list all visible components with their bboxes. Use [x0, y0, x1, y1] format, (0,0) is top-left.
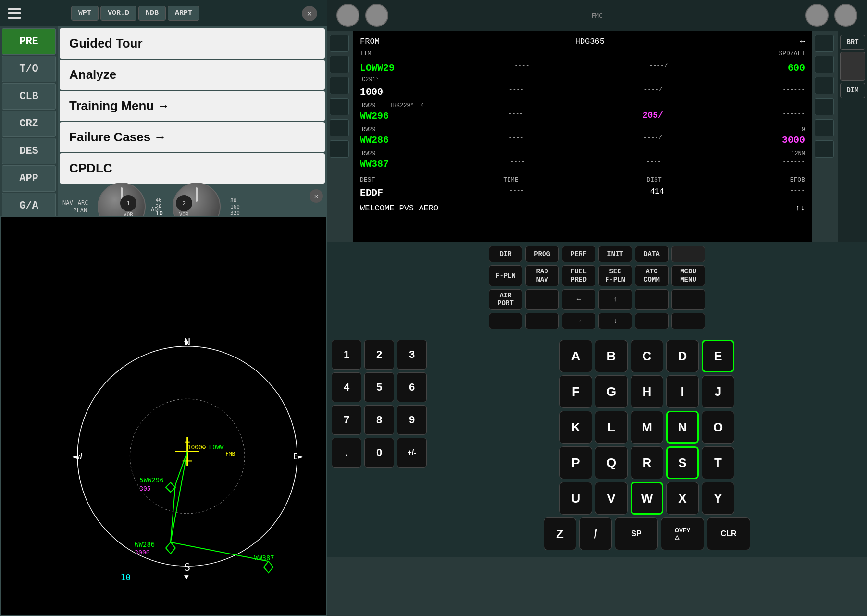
lsk-6l[interactable] — [330, 140, 349, 158]
key-G[interactable]: G — [595, 375, 628, 408]
mode-ga[interactable]: G/A — [2, 193, 56, 219]
fmc-hdg-arrows: ↔ — [800, 36, 805, 48]
lsk-2l[interactable] — [330, 56, 349, 73]
btn-up-arrow[interactable]: ↑ — [598, 289, 632, 310]
key-B[interactable]: B — [595, 340, 628, 372]
key-dot[interactable]: . — [332, 438, 361, 468]
fmc-welcome-row: WELCOME PVS AERO ↑↓ — [360, 202, 805, 215]
key-plusminus[interactable]: +/- — [397, 438, 427, 468]
key-J[interactable]: J — [702, 375, 734, 408]
key-E[interactable]: E — [702, 340, 734, 372]
mode-des[interactable]: DES — [2, 138, 56, 164]
lsk-4r[interactable] — [815, 98, 834, 115]
key-slash[interactable]: / — [579, 517, 612, 550]
lsk-3r[interactable] — [815, 77, 834, 94]
key-0[interactable]: 0 — [364, 438, 394, 468]
lsk-3l[interactable] — [330, 77, 349, 94]
key-sp[interactable]: SP — [615, 517, 658, 550]
key-N[interactable]: N — [666, 411, 699, 444]
close-knob-area[interactable]: ✕ — [310, 189, 323, 203]
btn-airport[interactable]: AIRPORT — [489, 289, 522, 310]
menu-guided-tour[interactable]: Guided Tour — [60, 28, 325, 59]
lsk-1r[interactable] — [815, 35, 834, 52]
key-8[interactable]: 8 — [364, 405, 394, 435]
key-6[interactable]: 6 — [397, 372, 427, 402]
mode-to[interactable]: T/O — [2, 56, 56, 82]
key-A[interactable]: A — [559, 340, 592, 372]
btn-data[interactable]: DATA — [635, 246, 669, 262]
lsk-5l[interactable] — [330, 119, 349, 136]
key-W[interactable]: W — [631, 482, 663, 515]
round-btn-2[interactable] — [365, 4, 388, 27]
mode-app[interactable]: APP — [2, 165, 56, 192]
btn-right-arrow[interactable]: → — [562, 313, 595, 329]
key-T[interactable]: T — [702, 446, 734, 479]
dim-button[interactable]: DIM — [840, 83, 865, 98]
key-H[interactable]: H — [631, 375, 663, 408]
key-Q[interactable]: Q — [595, 446, 628, 479]
key-Y[interactable]: Y — [702, 482, 734, 515]
key-C[interactable]: C — [631, 340, 663, 372]
round-btn-4[interactable] — [834, 4, 857, 27]
key-L[interactable]: L — [595, 411, 628, 444]
btn-fpln[interactable]: F-PLN — [489, 265, 522, 286]
key-3[interactable]: 3 — [397, 340, 427, 370]
key-V[interactable]: V — [595, 482, 628, 515]
num-section: 1 2 3 4 5 6 7 8 9 . 0 +/- — [332, 340, 427, 468]
key-I[interactable]: I — [666, 375, 699, 408]
mode-clb[interactable]: CLB — [2, 83, 56, 110]
btn-sec-fpln[interactable]: SECF-PLN — [598, 265, 632, 286]
key-P[interactable]: P — [559, 446, 592, 479]
lsk-1l[interactable] — [330, 35, 349, 52]
btn-mcdu-menu[interactable]: MCDUMENU — [671, 265, 705, 286]
round-btn-3[interactable] — [805, 4, 829, 27]
fmc-left-side-buttons — [327, 31, 353, 242]
lsk-2r[interactable] — [815, 56, 834, 73]
lsk-6r[interactable] — [815, 140, 834, 158]
btn-fuel-pred[interactable]: FUELPRED — [562, 265, 595, 286]
key-K[interactable]: K — [559, 411, 592, 444]
key-O[interactable]: O — [702, 411, 734, 444]
btn-dir[interactable]: DIR — [489, 246, 522, 262]
key-Z[interactable]: Z — [544, 517, 576, 550]
key-F[interactable]: F — [559, 375, 592, 408]
btn-left-arrow[interactable]: ← — [562, 289, 595, 310]
brightness-slider[interactable] — [840, 52, 865, 81]
key-9[interactable]: 9 — [397, 405, 427, 435]
key-2[interactable]: 2 — [364, 340, 394, 370]
key-1[interactable]: 1 — [332, 340, 361, 370]
mode-pre[interactable]: PRE — [2, 28, 56, 55]
btn-prog[interactable]: PROG — [525, 246, 559, 262]
vord-button[interactable]: VOR.D — [100, 6, 136, 21]
mode-crz[interactable]: CRZ — [2, 111, 56, 137]
btn-init[interactable]: INIT — [598, 246, 632, 262]
btn-atc-comm[interactable]: ATCCOMM — [635, 265, 669, 286]
key-5[interactable]: 5 — [364, 372, 394, 402]
btn-perf[interactable]: PERF — [562, 246, 595, 262]
arpt-button[interactable]: ARPT — [168, 6, 199, 21]
btn-rad-nav[interactable]: RADNAV — [525, 265, 559, 286]
key-M[interactable]: M — [631, 411, 663, 444]
key-7[interactable]: 7 — [332, 405, 361, 435]
lsk-4l[interactable] — [330, 98, 349, 115]
menu-cpdlc[interactable]: CPDLC — [60, 153, 325, 184]
key-S[interactable]: S — [666, 446, 699, 479]
close-button-top[interactable]: ✕ — [302, 6, 317, 21]
lsk-5r[interactable] — [815, 119, 834, 136]
key-X[interactable]: X — [666, 482, 699, 515]
round-btn-1[interactable] — [336, 4, 359, 27]
key-ovfy[interactable]: OVFY△ — [661, 517, 704, 550]
btn-down-arrow[interactable]: ↓ — [598, 313, 632, 329]
brt-button[interactable]: BRT — [840, 35, 865, 50]
wpt-button[interactable]: WPT — [71, 6, 99, 21]
ndb-button[interactable]: NDB — [138, 6, 166, 21]
menu-training[interactable]: Training Menu → — [60, 91, 325, 121]
key-4[interactable]: 4 — [332, 372, 361, 402]
key-R[interactable]: R — [631, 446, 663, 479]
key-D[interactable]: D — [666, 340, 699, 372]
menu-analyze[interactable]: Analyze — [60, 60, 325, 90]
key-U[interactable]: U — [559, 482, 592, 515]
key-clr[interactable]: CLR — [707, 517, 750, 550]
hamburger-menu[interactable] — [4, 4, 25, 23]
menu-failure[interactable]: Failure Cases → — [60, 122, 325, 152]
